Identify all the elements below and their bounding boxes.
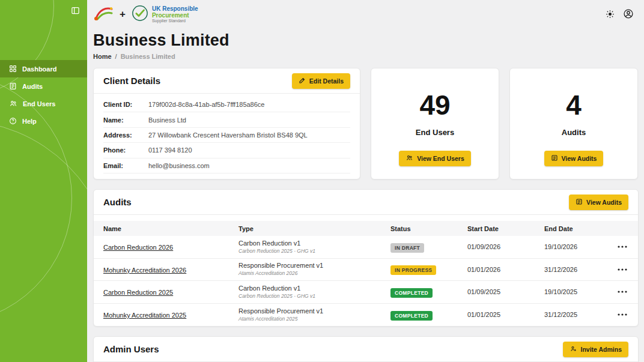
person-plus-icon (570, 345, 577, 354)
logo-group: + UK Responsible Procurement Supplier St… (93, 5, 198, 24)
column-header-type: Type (238, 225, 390, 232)
audit-name-link[interactable]: Mohunky Accreditation 2026 (103, 267, 186, 274)
detail-label: Address: (103, 131, 148, 139)
end-users-stat-card: 49 End Users View End Users (371, 68, 499, 179)
row-actions-button[interactable] (615, 288, 630, 295)
client-detail-row: Address: 27 Willowbank Crescent Haversha… (103, 128, 350, 143)
audit-table-row: Carbon Reduction 2026 Carbon Reduction v… (94, 236, 638, 259)
invite-admins-label: Invite Admins (581, 346, 622, 353)
detail-value: 179f002d-8c8a-41ab-af5b-7fff185a86ce (148, 101, 264, 108)
breadcrumb-separator: / (115, 53, 117, 60)
sidebar-item-label: Audits (22, 83, 43, 90)
audit-name-link[interactable]: Carbon Reduction 2025 (103, 289, 173, 296)
ellipsis-icon (618, 309, 627, 318)
audit-type-subtext: Atamis Accreditation 2026 (238, 270, 390, 277)
topbar: + UK Responsible Procurement Supplier St… (93, 0, 639, 28)
ellipsis-icon (618, 286, 627, 295)
sidebar-nav: Dashboard Audits End Users Help (0, 60, 87, 130)
detail-label: Email: (103, 162, 148, 169)
status-badge: IN PROGRESS (390, 265, 436, 275)
audit-table-row: Carbon Reduction 2025 Carbon Reduction v… (94, 281, 638, 304)
detail-value: Business Ltd (148, 116, 186, 124)
people-icon (406, 154, 413, 163)
audits-table-header: Name Type Status Start Date End Date (94, 221, 638, 236)
client-details-title: Client Details (103, 76, 160, 86)
sidebar-item-label: Dashboard (22, 65, 56, 73)
sidebar-item-label: End Users (23, 100, 55, 107)
audits-document-icon (9, 82, 17, 90)
audit-type-subtext: Carbon Reduction 2025 - GHG v1 (238, 248, 390, 255)
sun-icon (606, 11, 615, 20)
row-actions-button[interactable] (615, 243, 630, 250)
main-content: + UK Responsible Procurement Supplier St… (87, 0, 644, 362)
theme-toggle-button[interactable] (606, 10, 615, 19)
rp-logo-line2: Procurement (152, 12, 198, 19)
end-users-count: 49 (419, 91, 450, 119)
admin-users-header: Admin Users Invite Admins (94, 337, 638, 362)
client-details-header: Client Details Edit Details (94, 68, 360, 94)
detail-label: Phone: (103, 146, 148, 154)
collapse-sidebar-button[interactable] (71, 6, 80, 15)
audits-stat-card: 4 Audits View Audits (509, 68, 638, 179)
audit-name-link[interactable]: Carbon Reduction 2026 (103, 244, 173, 251)
sidebar-item-end-users[interactable]: End Users (0, 95, 87, 112)
status-badge: IN DRAFT (390, 243, 424, 253)
end-users-people-icon (9, 100, 17, 107)
audits-section-card: Audits View Audits Name Type Status Star… (93, 189, 639, 327)
audits-section-header: Audits View Audits (94, 190, 638, 215)
summary-cards-row: Client Details Edit Details Client ID: 1… (93, 68, 639, 179)
app-root: Dashboard Audits End Users Help (0, 0, 644, 362)
audit-start-date: 01/01/2025 (467, 311, 544, 318)
audits-view-audits-button[interactable]: View Audits (569, 195, 628, 210)
view-end-users-button[interactable]: View End Users (399, 151, 471, 166)
audit-type: Carbon Reduction v1 (238, 240, 390, 248)
admin-users-card: Admin Users Invite Admins (93, 336, 639, 362)
client-detail-row: Phone: 0117 394 8120 (103, 143, 350, 158)
detail-label: Client ID: (103, 101, 148, 108)
detail-value: 0117 394 8120 (148, 146, 192, 154)
ellipsis-icon (618, 264, 627, 273)
column-header-end-date: End Date (544, 225, 608, 232)
audit-end-date: 31/12/2026 (544, 266, 608, 273)
row-actions-button[interactable] (615, 266, 630, 273)
invite-admins-button[interactable]: Invite Admins (563, 342, 628, 357)
checklist-icon (551, 154, 558, 163)
sidebar-item-label: Help (22, 118, 37, 125)
logo-plus-sign: + (120, 8, 126, 20)
edit-details-button[interactable]: Edit Details (292, 73, 350, 89)
rp-logo-line1: UK Responsible (152, 5, 198, 12)
detail-label: Name: (103, 116, 148, 124)
audit-type: Carbon Reduction v1 (238, 285, 390, 293)
detail-value: hello@business.com (148, 162, 210, 169)
view-end-users-label: View End Users (417, 155, 464, 162)
circle-check-icon (132, 5, 148, 24)
column-header-start-date: Start Date (467, 225, 544, 232)
column-header-status: Status (390, 225, 467, 232)
audit-type-subtext: Atamis Accreditation 2025 (238, 316, 390, 322)
end-users-stat-label: End Users (416, 128, 454, 137)
breadcrumb-home-link[interactable]: Home (93, 53, 112, 60)
client-detail-row: Email: hello@business.com (103, 158, 350, 173)
audit-end-date: 19/10/2026 (544, 243, 608, 250)
view-audits-button[interactable]: View Audits (544, 151, 604, 166)
sidebar-item-help[interactable]: Help (0, 112, 87, 130)
client-detail-row: Name: Business Ltd (103, 112, 350, 127)
account-button[interactable] (623, 8, 634, 19)
row-actions-button[interactable] (615, 311, 630, 318)
detail-value: 27 Willowbank Crescent Haversham Bristol… (148, 131, 308, 139)
sidebar-item-audits[interactable]: Audits (0, 77, 87, 95)
rp-logo-text: UK Responsible Procurement Supplier Stan… (152, 5, 198, 23)
company-logo (93, 5, 114, 24)
audit-type-subtext: Carbon Reduction 2025 - GHG v1 (238, 293, 390, 300)
ellipsis-icon (618, 241, 627, 250)
audit-name-link[interactable]: Mohunky Accreditation 2025 (103, 312, 186, 319)
audit-end-date: 31/12/2025 (544, 311, 608, 318)
checklist-icon (576, 198, 583, 207)
breadcrumb-current: Business Limited (121, 53, 175, 60)
sidebar-item-dashboard[interactable]: Dashboard (0, 60, 87, 77)
rp-logo-line3: Supplier Standard (152, 19, 198, 23)
audit-start-date: 01/01/2026 (467, 266, 544, 273)
status-badge: COMPLETED (390, 311, 433, 321)
client-details-rows: Client ID: 179f002d-8c8a-41ab-af5b-7fff1… (94, 94, 360, 173)
audits-section-title: Audits (103, 197, 132, 207)
